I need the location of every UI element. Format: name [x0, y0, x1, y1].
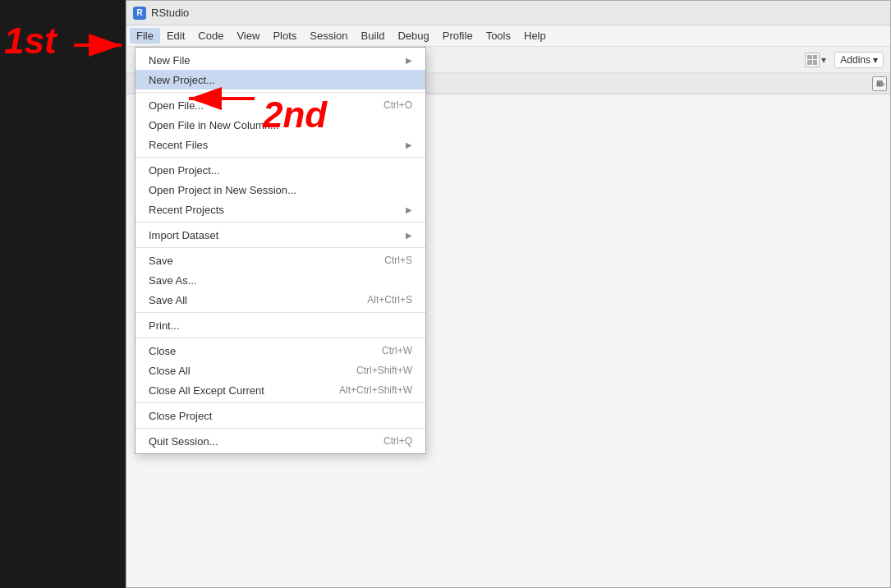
menu-save[interactable]: Save Ctrl+S — [135, 250, 425, 270]
menu-open-file[interactable]: Open File... Ctrl+O — [135, 95, 425, 115]
menu-section-close-project: Close Project — [135, 403, 425, 429]
menu-help[interactable]: Help — [517, 28, 553, 44]
pen-icon: ✏ — [876, 78, 886, 91]
menu-print[interactable]: Print... — [135, 315, 425, 335]
menu-section-save: Save Ctrl+S Save As... Save All Alt+Ctrl… — [135, 248, 425, 313]
rstudio-window: R RStudio File Edit Code View Plots Sess… — [126, 0, 891, 588]
menu-section-quit: Quit Session... Ctrl+Q — [135, 429, 425, 453]
menu-code[interactable]: Code — [191, 28, 230, 44]
menu-build[interactable]: Build — [355, 28, 392, 44]
menu-bar: File Edit Code View Plots Session Build … — [126, 25, 890, 47]
menu-recent-files[interactable]: Recent Files — [135, 135, 425, 154]
menu-recent-projects[interactable]: Recent Projects — [135, 200, 425, 219]
menu-section-print: Print... — [135, 313, 425, 338]
menu-close-all-except-current[interactable]: Close All Except Current Alt+Ctrl+Shift+… — [135, 380, 425, 400]
menu-section-project: Open Project... Open Project in New Sess… — [135, 158, 425, 223]
menu-session[interactable]: Session — [303, 28, 354, 44]
menu-section-open-file: Open File... Ctrl+O Open File in New Col… — [135, 93, 425, 158]
menu-edit[interactable]: Edit — [160, 28, 191, 44]
menu-quit-session[interactable]: Quit Session... Ctrl+Q — [135, 431, 425, 451]
menu-view[interactable]: View — [230, 28, 266, 44]
addins-button[interactable]: Addins ▾ — [834, 52, 884, 68]
menu-tools[interactable]: Tools — [480, 28, 517, 44]
menu-section-close: Close Ctrl+W Close All Ctrl+Shift+W Clos… — [135, 338, 425, 403]
menu-plots[interactable]: Plots — [266, 28, 303, 44]
menu-save-all[interactable]: Save All Alt+Ctrl+S — [135, 290, 425, 310]
menu-import-dataset[interactable]: Import Dataset — [135, 225, 425, 245]
menu-new-file[interactable]: New File — [135, 50, 425, 70]
menu-section-new: New File New Project... — [135, 48, 425, 93]
menu-close-project[interactable]: Close Project — [135, 406, 425, 425]
menu-debug[interactable]: Debug — [391, 28, 435, 44]
window-title: RStudio — [151, 7, 189, 19]
menu-close-all[interactable]: Close All Ctrl+Shift+W — [135, 361, 425, 380]
menu-save-as[interactable]: Save As... — [135, 270, 425, 290]
grid-dropdown-arrow[interactable]: ▾ — [821, 54, 826, 66]
menu-file[interactable]: File — [130, 28, 160, 44]
rstudio-icon: R — [133, 7, 146, 20]
grid-icon[interactable] — [805, 53, 820, 67]
menu-new-project[interactable]: New Project... — [135, 70, 425, 90]
title-bar: R RStudio — [126, 1, 890, 25]
menu-open-project-new-session[interactable]: Open Project in New Session... — [135, 180, 425, 200]
menu-section-import: Import Dataset — [135, 223, 425, 248]
menu-profile[interactable]: Profile — [436, 28, 480, 44]
menu-close[interactable]: Close Ctrl+W — [135, 341, 425, 361]
file-dropdown-menu: New File New Project... Open File... Ctr… — [135, 47, 426, 454]
menu-open-project[interactable]: Open Project... — [135, 160, 425, 180]
menu-open-file-new-column[interactable]: Open File in New Column... — [135, 115, 425, 135]
